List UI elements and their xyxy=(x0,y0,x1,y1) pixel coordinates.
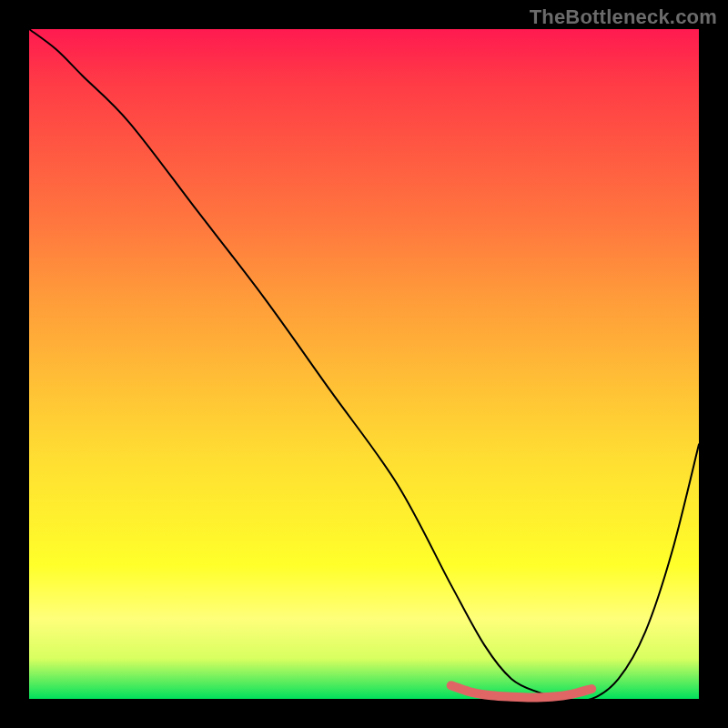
marker-line xyxy=(451,685,592,697)
watermark-text: TheBottleneck.com xyxy=(530,5,717,29)
chart-stage: TheBottleneck.com xyxy=(0,0,728,728)
chart-svg xyxy=(0,0,728,728)
curve-line xyxy=(29,29,699,701)
